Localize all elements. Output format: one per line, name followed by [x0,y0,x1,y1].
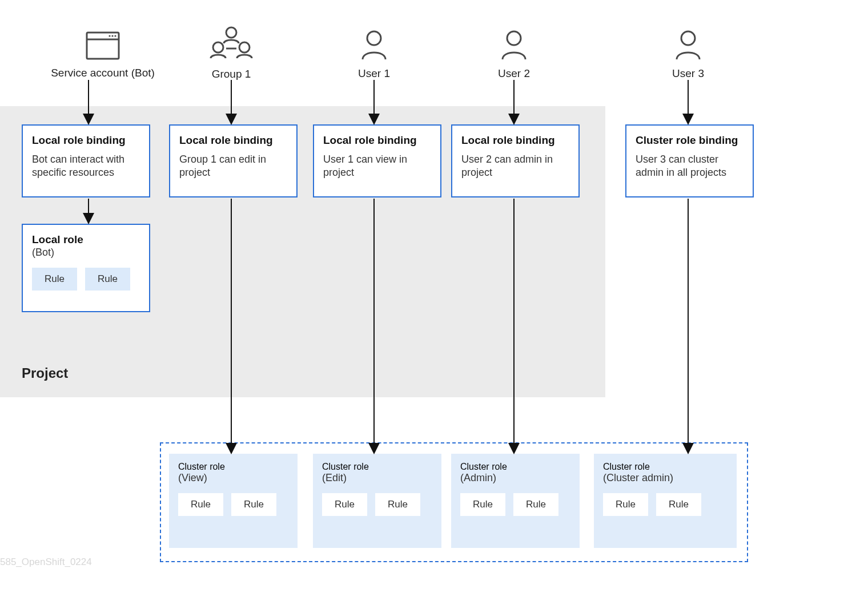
watermark: 585_OpenShift_0224 [0,556,92,568]
arrows [0,0,868,605]
